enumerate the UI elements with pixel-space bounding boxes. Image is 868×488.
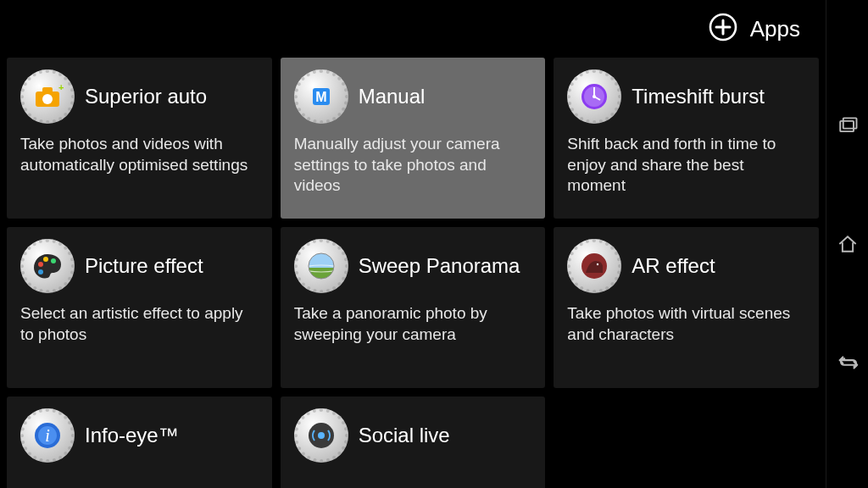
recent-apps-icon [836,114,860,138]
svg-text:+: + [58,82,64,92]
tile-title: Sweep Panorama [359,255,520,276]
ar-dino-icon [567,239,621,293]
svg-point-15 [43,257,48,262]
tile-title: Timeshift burst [632,86,764,107]
palette-icon [20,239,75,293]
info-eye-icon: i [20,408,75,463]
back-icon [835,349,860,374]
tile-title: Info-eye™ [85,424,179,446]
back-button[interactable] [832,347,863,377]
mode-picker-screen: Apps + Superior auto Tak [0,0,826,488]
apps-label: Apps [750,16,800,42]
svg-rect-31 [843,119,856,129]
tile-title: Social live [359,424,450,446]
apps-button[interactable]: Apps [708,12,800,46]
mode-info-eye[interactable]: i Info-eye™ [7,396,272,488]
mode-superior-auto[interactable]: + Superior auto Take photos and videos w… [7,58,272,219]
manual-m-icon: M [294,69,348,124]
system-navbar [826,0,868,488]
tile-desc: Take a panoramic photo by sweeping your … [294,303,532,345]
tile-title: AR effect [632,255,715,276]
svg-rect-30 [840,121,854,131]
tile-desc: Shift back and forth in time to enjoy an… [567,134,805,197]
svg-point-24 [597,263,598,265]
mode-ar-effect[interactable]: AR effect Take photos with virtual scene… [554,227,819,388]
recent-apps-button[interactable] [832,111,863,141]
svg-point-17 [38,269,43,274]
header: Apps [7,7,819,58]
tile-title: Picture effect [85,255,203,276]
mode-grid: + Superior auto Take photos and videos w… [7,58,819,488]
svg-rect-4 [42,87,53,93]
tile-title: Manual [359,86,426,107]
mode-timeshift-burst[interactable]: Timeshift burst Shift back and forth in … [554,58,819,219]
svg-point-29 [318,432,325,439]
clock-burst-icon [567,69,621,124]
home-button[interactable] [832,229,863,259]
svg-text:i: i [45,426,50,445]
tile-desc: Select an artistic effect to apply to ph… [20,303,259,345]
mode-sweep-panorama[interactable]: Sweep Panorama Take a panoramic photo by… [281,227,546,388]
tile-desc: Take photos with virtual scenes and char… [567,303,805,345]
tile-desc: Take photos and videos with automaticall… [20,134,259,175]
home-icon [836,232,860,256]
mode-social-live[interactable]: Social live [281,396,546,488]
camera-auto-icon: + [20,69,75,124]
svg-point-13 [593,95,596,98]
svg-point-16 [51,258,56,263]
svg-point-14 [38,262,43,267]
tile-desc: Manually adjust your camera settings to … [294,134,532,197]
svg-text:M: M [315,90,326,104]
panorama-icon [294,239,348,293]
svg-point-5 [42,94,53,104]
tile-title: Superior auto [85,86,207,107]
mode-manual[interactable]: M Manual Manually adjust your camera set… [281,58,546,219]
mode-picture-effect[interactable]: Picture effect Select an artistic effect… [7,227,272,388]
broadcast-icon [294,408,348,463]
plus-circle-icon [708,12,738,46]
